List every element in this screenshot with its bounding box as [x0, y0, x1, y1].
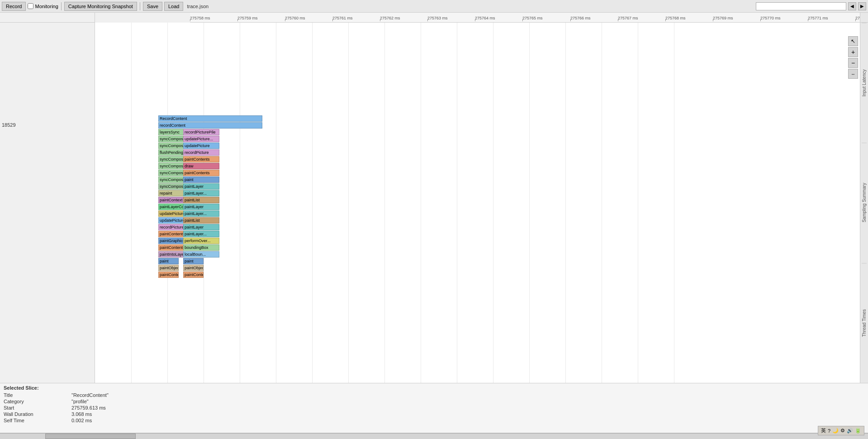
tray-moon: 🌙 — [832, 428, 839, 434]
toolbar-separator-2 — [140, 2, 140, 10]
details-row-0: Title"RecordContent" — [4, 392, 864, 398]
tray-lang: 英 — [821, 427, 826, 434]
zoom-out-button[interactable]: − — [848, 58, 858, 68]
trace-block-19[interactable]: paintLayer — [183, 183, 219, 190]
details-value-3: 3.068 ms — [71, 411, 92, 417]
toolbar-separator-1 — [61, 2, 62, 10]
scroll-thumb[interactable] — [45, 434, 136, 439]
time-tick-12: 275770 ms — [760, 16, 781, 20]
trace-block-9[interactable]: recordPicture — [183, 149, 219, 156]
trace-block-1[interactable]: recordContent — [158, 122, 262, 129]
zoom-in-button[interactable]: + — [848, 47, 858, 57]
grid-line-7 — [348, 23, 349, 383]
record-button[interactable]: Record — [2, 2, 26, 11]
grid-line-16 — [674, 23, 674, 383]
trace-block-5[interactable]: updatePicture... — [183, 136, 219, 142]
grid-line-5 — [276, 23, 276, 383]
time-tick-11: 275769 ms — [713, 16, 733, 20]
zoom-fit-button[interactable]: ↔ — [848, 69, 858, 79]
trace-block-3[interactable]: recordPicturePile — [183, 129, 219, 135]
trace-block-7[interactable]: updatePicture — [183, 143, 219, 149]
trace-block-39[interactable]: localBoun... — [183, 251, 219, 258]
time-ruler: 275758 ms275759 ms275760 ms275761 ms2757… — [190, 13, 860, 23]
time-tick-2: 275760 ms — [285, 16, 305, 20]
time-tick-6: 275764 ms — [475, 16, 495, 20]
details-row-2: Start275759.613 ms — [4, 405, 864, 410]
track-label-18529: 18529 — [2, 122, 16, 128]
grid-line-10 — [457, 23, 457, 383]
trace-block-21[interactable]: paintLayer... — [183, 190, 219, 196]
system-tray: 英 ? 🌙 ⚙ 🔊 🔋 — [818, 426, 864, 435]
monitoring-checkbox-label[interactable]: Monitoring — [28, 3, 58, 9]
trace-block-13[interactable]: draw — [183, 163, 219, 169]
trace-block-0[interactable]: RecordContent — [158, 115, 262, 122]
scrollbar-area[interactable] — [0, 433, 868, 439]
details-panel: Selected Slice: Title"RecordContent"Cate… — [0, 383, 868, 433]
details-label-2: Start — [4, 405, 71, 410]
time-tick-13: 275771 ms — [808, 16, 828, 20]
time-tick-4: 275762 ms — [380, 16, 400, 20]
grid-line-12 — [529, 23, 530, 383]
details-label-4: Self Time — [4, 418, 71, 423]
save-button[interactable]: Save — [143, 2, 162, 11]
trace-block-41[interactable]: paint — [183, 258, 204, 264]
header-row: 275758 ms275759 ms275760 ms275761 ms2757… — [0, 13, 868, 23]
nav-prev-button[interactable]: ◀ — [848, 2, 856, 10]
trace-block-42[interactable]: paintObject — [158, 265, 179, 271]
search-input[interactable] — [756, 2, 846, 10]
monitoring-checkbox[interactable] — [28, 3, 33, 9]
trace-block-23[interactable]: paintList — [183, 197, 219, 203]
grid-line-11 — [493, 23, 493, 383]
monitoring-label: Monitoring — [35, 4, 58, 9]
trace-block-25[interactable]: paintLayer — [183, 204, 219, 210]
load-button[interactable]: Load — [164, 2, 183, 11]
details-value-4: 0.002 ms — [71, 418, 92, 423]
zoom-controls: ↖ + − ↔ — [848, 36, 858, 79]
details-value-0: "RecordContent" — [71, 392, 109, 398]
trace-block-15[interactable]: paintContents — [183, 170, 219, 176]
trace-block-27[interactable]: paintLayer... — [183, 210, 219, 217]
trace-block-35[interactable]: performOver... — [183, 238, 219, 244]
trace-block-45[interactable]: paintContents — [183, 272, 204, 278]
trace-block-31[interactable]: paintLayer — [183, 224, 219, 230]
details-label-3: Wall Duration — [4, 411, 71, 417]
grid-line-13 — [565, 23, 566, 383]
details-row-3: Wall Duration3.068 ms — [4, 411, 864, 417]
trace-canvas[interactable]: ↖ + − ↔ RecordContentrecordContentlayers… — [95, 23, 860, 383]
trace-block-44[interactable]: paintContents — [158, 272, 179, 278]
time-tick-3: 275761 ms — [332, 16, 353, 20]
details-row-1: Category"profile" — [4, 399, 864, 404]
details-label-1: Category — [4, 399, 71, 404]
details-row-4: Self Time0.002 ms — [4, 418, 864, 423]
details-header: Selected Slice: — [4, 385, 864, 391]
capture-button[interactable]: Capture Monitoring Snapshot — [64, 2, 137, 11]
time-tick-9: 275767 ms — [618, 16, 638, 20]
full-trace-area: 18529 ↖ + − ↔ — [0, 23, 868, 383]
trace-labels-panel: 18529 — [0, 23, 95, 383]
trace-block-33[interactable]: paintLayer... — [183, 231, 219, 237]
trace-block-40[interactable]: paint — [158, 258, 179, 264]
grid-line-15 — [638, 23, 638, 383]
cursor-button[interactable]: ↖ — [848, 36, 858, 46]
tray-settings: ⚙ — [840, 428, 845, 434]
grid-line-1 — [131, 23, 132, 383]
input-latency-label[interactable]: Input Latency — [862, 23, 867, 143]
time-tick-7: 275765 ms — [522, 16, 543, 20]
grid-line-14 — [602, 23, 602, 383]
grid-line-6 — [312, 23, 313, 383]
trace-block-17[interactable]: paint — [183, 177, 219, 183]
trace-block-29[interactable]: paintList — [183, 217, 219, 224]
filename-label: trace.json — [187, 4, 209, 9]
toolbar: Record Monitoring Capture Monitoring Sna… — [0, 0, 868, 13]
trace-block-11[interactable]: paintContents — [183, 156, 219, 162]
right-panel: Input Latency Sampling Summary Thread Ti… — [860, 23, 868, 383]
time-tick-14: 275772 ms — [855, 16, 860, 20]
thread-times-label[interactable]: Thread Times — [862, 263, 867, 383]
nav-next-button[interactable]: ▶ — [858, 2, 866, 10]
trace-block-43[interactable]: paintObject — [183, 265, 204, 271]
tray-audio: 🔊 — [847, 428, 853, 434]
grid-line-8 — [384, 23, 385, 383]
time-tick-8: 275766 ms — [570, 16, 591, 20]
sampling-summary-label[interactable]: Sampling Summary — [862, 143, 867, 262]
trace-block-37[interactable]: boundingBox — [183, 244, 219, 251]
